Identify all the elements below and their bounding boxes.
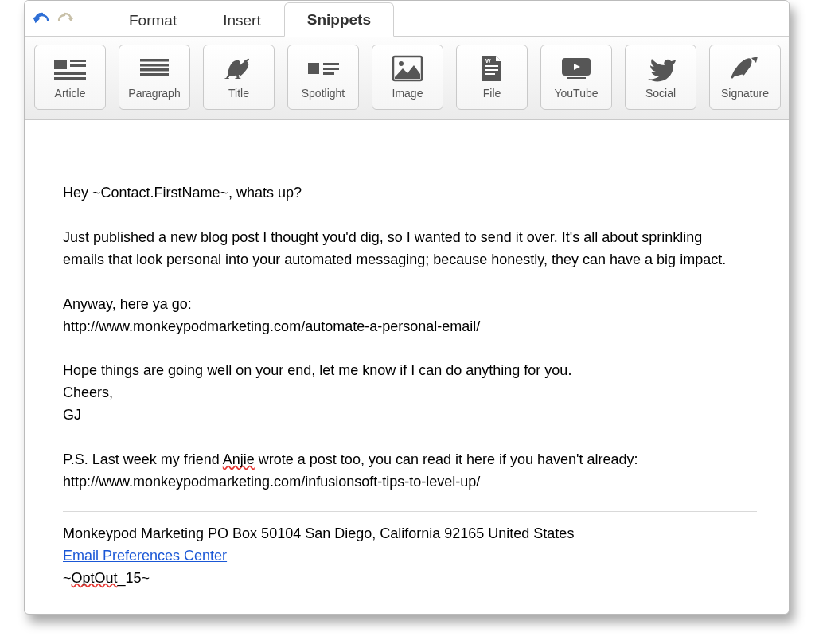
snippet-social-button[interactable]: Social: [625, 45, 696, 110]
svg-rect-17: [485, 69, 498, 71]
youtube-icon: [559, 55, 594, 82]
tab-insert[interactable]: Insert: [200, 3, 284, 37]
signature-icon: [727, 55, 762, 82]
snippet-label: Paragraph: [128, 87, 180, 100]
body-line: http://www.monkeypodmarketing.com/infusi…: [63, 471, 757, 494]
snippet-article-button[interactable]: Article: [34, 45, 106, 110]
body-line: emails that look personal into your auto…: [63, 249, 757, 271]
svg-text:W: W: [485, 58, 491, 64]
tab-bar: Format Insert Snippets: [106, 1, 394, 36]
body-line: P.S. Last week my friend Anjie wrote a p…: [63, 449, 757, 471]
snippet-title-button[interactable]: A Title: [203, 45, 275, 110]
svg-rect-21: [567, 77, 586, 79]
snippet-image-button[interactable]: Image: [372, 45, 443, 110]
svg-point-15: [399, 61, 404, 66]
body-line: Just published a new blog post I thought…: [63, 227, 757, 249]
email-body-editor[interactable]: Hey ~Contact.FirstName~, whats up? Just …: [25, 120, 789, 614]
image-icon: [390, 55, 425, 82]
snippet-paragraph-button[interactable]: Paragraph: [119, 45, 190, 110]
editor-window: Format Insert Snippets Article Paragraph…: [24, 0, 790, 615]
svg-rect-6: [140, 64, 169, 67]
svg-rect-3: [54, 72, 86, 75]
title-icon: A: [221, 55, 256, 82]
snippet-label: Spotlight: [302, 87, 345, 100]
svg-rect-10: [308, 63, 319, 74]
email-footer: Monkeypod Marketing PO Box 50104 San Die…: [63, 523, 757, 590]
footer-address: Monkeypod Marketing PO Box 50104 San Die…: [63, 523, 757, 545]
svg-rect-11: [323, 63, 339, 65]
tab-snippets[interactable]: Snippets: [284, 2, 394, 37]
svg-rect-16: [485, 65, 498, 67]
snippet-label: Social: [645, 87, 676, 100]
snippet-file-button[interactable]: W File: [456, 45, 528, 110]
snippet-youtube-button[interactable]: YouTube: [540, 45, 612, 110]
svg-text:A: A: [224, 57, 241, 82]
svg-rect-12: [323, 68, 339, 70]
snippet-label: Image: [392, 87, 423, 100]
footer-optout: ~OptOut_15~: [63, 568, 757, 590]
body-line: GJ: [63, 404, 757, 427]
redo-button[interactable]: [55, 9, 74, 28]
tab-format[interactable]: Format: [106, 3, 200, 37]
svg-rect-8: [140, 73, 169, 76]
svg-rect-13: [323, 72, 334, 75]
svg-rect-2: [70, 64, 86, 67]
history-controls: [33, 1, 74, 36]
snippet-label: File: [483, 87, 501, 100]
divider: [63, 511, 757, 512]
body-line: Cheers,: [63, 382, 757, 404]
snippet-label: YouTube: [554, 87, 598, 100]
snippet-label: Article: [55, 87, 86, 100]
svg-rect-0: [54, 60, 67, 69]
social-icon: [643, 55, 678, 82]
menu-bar: Format Insert Snippets: [25, 1, 789, 37]
svg-rect-4: [54, 77, 86, 80]
preferences-link[interactable]: Email Preferences Center: [63, 548, 227, 564]
snippet-label: Title: [228, 87, 249, 100]
file-icon: W: [474, 55, 509, 82]
spotlight-icon: [306, 55, 341, 82]
redo-icon: [56, 10, 73, 26]
svg-rect-18: [485, 73, 495, 75]
paragraph-icon: [137, 55, 172, 82]
body-line: http://www.monkeypodmarketing.com/automa…: [63, 316, 757, 338]
snippet-label: Signature: [721, 87, 769, 100]
undo-icon: [33, 10, 51, 26]
snippet-spotlight-button[interactable]: Spotlight: [287, 45, 359, 110]
snippet-signature-button[interactable]: Signature: [709, 45, 781, 110]
snippets-toolbar: Article Paragraph A Title Spotlight: [25, 37, 789, 120]
body-line: Anyway, here ya go:: [63, 294, 757, 316]
svg-rect-7: [140, 68, 169, 72]
article-icon: [53, 55, 88, 82]
body-line: Hope things are going well on your end, …: [63, 360, 757, 382]
undo-button[interactable]: [33, 9, 52, 28]
svg-rect-1: [70, 60, 86, 62]
svg-rect-5: [140, 59, 169, 62]
body-line: Hey ~Contact.FirstName~, whats up?: [63, 182, 757, 205]
